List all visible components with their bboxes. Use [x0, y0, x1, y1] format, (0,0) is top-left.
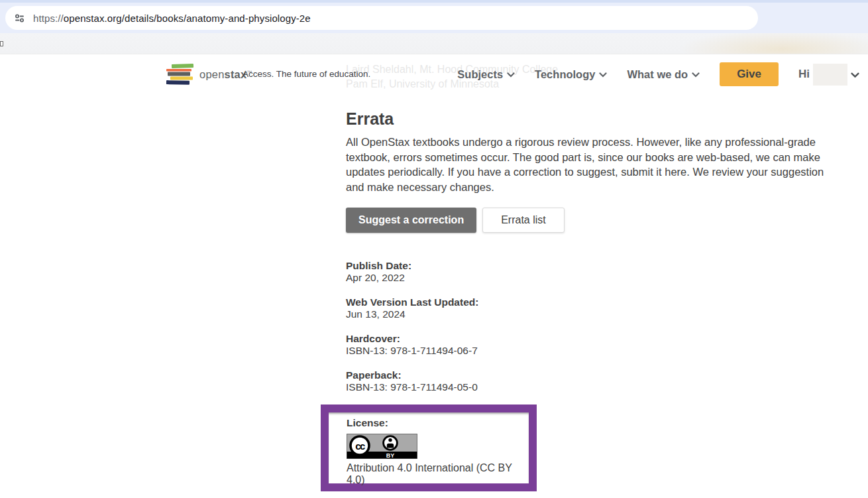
give-button[interactable]: Give	[720, 62, 779, 86]
svg-text:BY: BY	[386, 452, 395, 459]
openstax-logo[interactable]: openstax™	[165, 63, 252, 86]
site-settings-icon[interactable]	[14, 13, 25, 24]
suggest-correction-button[interactable]: Suggest a correction	[346, 208, 476, 233]
account-menu[interactable]: Hi	[798, 64, 859, 86]
purple-highlight-annotation: License: cc BY Attribution 4.0 Internati…	[321, 405, 537, 491]
nav-subjects[interactable]: Subjects	[457, 68, 515, 81]
detail-paperback: Paperback: ISBN-13: 978-1-711494-05-0	[346, 369, 826, 393]
nav-what-we-do-label: What we do	[627, 68, 688, 81]
detail-label: Paperback:	[346, 369, 826, 381]
detail-value: Apr 20, 2022	[346, 272, 826, 284]
detail-publish-date: Publish Date: Apr 20, 2022	[346, 260, 826, 284]
chevron-down-icon	[599, 72, 607, 78]
svg-text:cc: cc	[355, 440, 365, 452]
cc-by-badge-icon[interactable]: cc BY	[347, 434, 417, 459]
url-text[interactable]: https://openstax.org/details/books/anato…	[33, 13, 311, 24]
errata-description: All OpenStax textbooks undergo a rigorou…	[346, 135, 826, 195]
errata-section: Errata All OpenStax textbooks undergo a …	[346, 109, 826, 442]
license-section: License: cc BY Attribution 4.0 Internati…	[329, 412, 529, 483]
url-scheme: https://	[33, 13, 64, 24]
nav-technology-label: Technology	[535, 68, 595, 81]
nav-what-we-do[interactable]: What we do	[627, 68, 700, 81]
window-top-strip	[0, 0, 868, 3]
openstax-books-icon	[165, 63, 194, 86]
detail-label: Publish Date:	[346, 260, 826, 272]
greeting-label: Hi	[798, 68, 810, 81]
url-path: openstax.org/details/books/anatomy-and-p…	[64, 13, 311, 24]
detail-web-version: Web Version Last Updated: Jun 13, 2024	[346, 296, 826, 320]
errata-buttons: Suggest a correction Errata list	[346, 208, 826, 233]
chevron-down-icon	[692, 72, 700, 78]
chevron-down-icon	[851, 72, 859, 78]
errata-heading: Errata	[346, 109, 826, 129]
detail-value: Jun 13, 2024	[346, 308, 826, 320]
detail-label: Hardcover:	[346, 333, 826, 345]
license-name: Attribution 4.0 International (CC BY 4.0…	[347, 462, 529, 486]
errata-list-button[interactable]: Errata list	[482, 208, 565, 233]
url-bar[interactable]: https://openstax.org/details/books/anato…	[5, 6, 758, 30]
main-nav: Subjects Technology What we do Give Hi	[457, 56, 859, 93]
nav-subjects-label: Subjects	[457, 68, 503, 81]
license-label: License:	[347, 417, 529, 429]
site-header: Laird Sheldahl, Mt. Hood Community Colle…	[0, 56, 868, 93]
detail-hardcover: Hardcover: ISBN-13: 978-1-711494-06-7	[346, 333, 826, 357]
detail-value: ISBN-13: 978-1-711494-05-0	[346, 381, 826, 393]
redacted-username	[813, 64, 847, 86]
nav-technology[interactable]: Technology	[535, 68, 607, 81]
detail-label: Web Version Last Updated:	[346, 296, 826, 308]
chevron-down-icon	[507, 72, 515, 78]
bookmarks-band	[0, 33, 868, 54]
bookmark-favicon-icon[interactable]	[0, 41, 3, 46]
detail-value: ISBN-13: 978-1-711494-06-7	[346, 345, 826, 357]
header-tagline: Access. The future of education.	[243, 69, 370, 79]
browser-chrome: https://openstax.org/details/books/anato…	[0, 0, 868, 33]
